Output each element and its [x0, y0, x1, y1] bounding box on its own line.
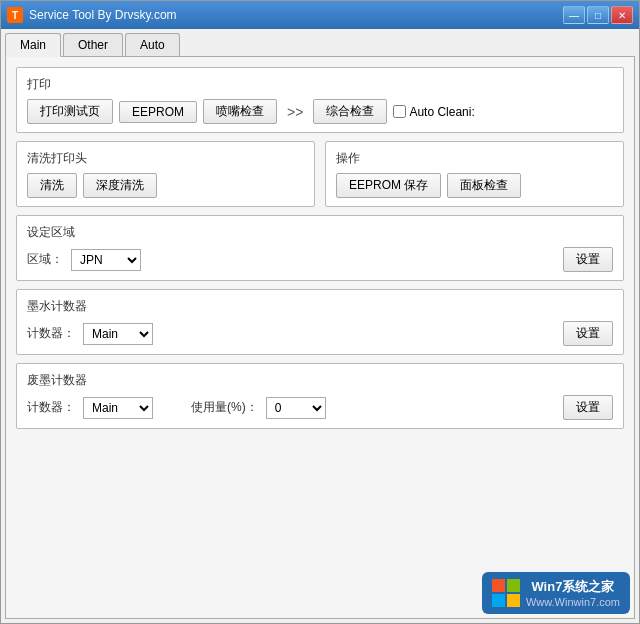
panel-check-button[interactable]: 面板检查 — [447, 173, 521, 198]
waste-counter-row: 计数器： Main Sub 使用量(%)： 0 10 20 50 100 设置 — [27, 395, 613, 420]
waste-counter-label: 计数器： — [27, 399, 75, 416]
svg-rect-1 — [507, 579, 520, 592]
auto-clean-label: Auto Cleani: — [409, 105, 474, 119]
arrow-icon: >> — [283, 104, 307, 120]
print-title: 打印 — [27, 76, 613, 93]
title-bar: T Service Tool By Drvsky.com — □ ✕ — [1, 1, 639, 29]
maximize-button[interactable]: □ — [587, 6, 609, 24]
usage-label: 使用量(%)： — [191, 399, 258, 416]
ink-counter-row: 计数器： Main Sub 设置 — [27, 321, 613, 346]
deep-clean-button[interactable]: 深度清洗 — [83, 173, 157, 198]
clean-head-title: 清洗打印头 — [27, 150, 304, 167]
main-content: Main Other Auto 打印 打印测试页 EEPROM 喷嘴检查 >> … — [1, 29, 639, 623]
svg-rect-2 — [492, 594, 505, 607]
eeprom-button[interactable]: EEPROM — [119, 101, 197, 123]
tab-main[interactable]: Main — [5, 33, 61, 57]
operation-section: 操作 EEPROM 保存 面板检查 — [325, 141, 624, 207]
svg-rect-0 — [492, 579, 505, 592]
watermark-text: Win7系统之家 Www.Winwin7.com — [526, 578, 620, 608]
clean-head-section: 清洗打印头 清洗 深度清洗 — [16, 141, 315, 207]
window-controls: — □ ✕ — [563, 6, 633, 24]
usage-select[interactable]: 0 10 20 50 100 — [266, 397, 326, 419]
close-button[interactable]: ✕ — [611, 6, 633, 24]
ink-counter-section: 墨水计数器 计数器： Main Sub 设置 — [16, 289, 624, 355]
eeprom-save-button[interactable]: EEPROM 保存 — [336, 173, 441, 198]
operation-buttons-row: EEPROM 保存 面板检查 — [336, 173, 613, 198]
auto-clean-checkbox[interactable] — [393, 105, 406, 118]
print-buttons-row: 打印测试页 EEPROM 喷嘴检查 >> 综合检查 Auto Cleani: — [27, 99, 613, 124]
ink-counter-set-button[interactable]: 设置 — [563, 321, 613, 346]
ink-counter-title: 墨水计数器 — [27, 298, 613, 315]
set-region-button[interactable]: 设置 — [563, 247, 613, 272]
print-test-button[interactable]: 打印测试页 — [27, 99, 113, 124]
set-region-section: 设定区域 区域： JPN US EU AU 设置 — [16, 215, 624, 281]
middle-row: 清洗打印头 清洗 深度清洗 操作 EEPROM 保存 面板检查 — [16, 141, 624, 207]
tab-auto[interactable]: Auto — [125, 33, 180, 56]
print-section: 打印 打印测试页 EEPROM 喷嘴检查 >> 综合检查 Auto Cleani… — [16, 67, 624, 133]
tab-other[interactable]: Other — [63, 33, 123, 56]
region-label: 区域： — [27, 251, 63, 268]
app-icon: T — [7, 7, 23, 23]
clean-buttons-row: 清洗 深度清洗 — [27, 173, 304, 198]
windows-logo-icon — [492, 579, 520, 607]
main-panel: 打印 打印测试页 EEPROM 喷嘴检查 >> 综合检查 Auto Cleani… — [5, 57, 635, 619]
watermark-url: Www.Winwin7.com — [526, 596, 620, 608]
clean-button[interactable]: 清洗 — [27, 173, 77, 198]
ink-counter-label: 计数器： — [27, 325, 75, 342]
nozzle-check-button[interactable]: 喷嘴检查 — [203, 99, 277, 124]
tab-bar: Main Other Auto — [5, 33, 635, 57]
comprehensive-check-button[interactable]: 综合检查 — [313, 99, 387, 124]
waste-counter-title: 废墨计数器 — [27, 372, 613, 389]
region-select[interactable]: JPN US EU AU — [71, 249, 141, 271]
set-region-row: 区域： JPN US EU AU 设置 — [27, 247, 613, 272]
minimize-button[interactable]: — — [563, 6, 585, 24]
watermark-site: Win7系统之家 — [526, 578, 620, 596]
auto-clean-checkbox-label[interactable]: Auto Cleani: — [393, 105, 474, 119]
waste-counter-section: 废墨计数器 计数器： Main Sub 使用量(%)： 0 10 20 50 1… — [16, 363, 624, 429]
ink-counter-select[interactable]: Main Sub — [83, 323, 153, 345]
watermark: Win7系统之家 Www.Winwin7.com — [482, 572, 630, 614]
window-title: Service Tool By Drvsky.com — [29, 8, 563, 22]
waste-counter-select[interactable]: Main Sub — [83, 397, 153, 419]
waste-counter-set-button[interactable]: 设置 — [563, 395, 613, 420]
svg-rect-3 — [507, 594, 520, 607]
operation-title: 操作 — [336, 150, 613, 167]
set-region-title: 设定区域 — [27, 224, 613, 241]
